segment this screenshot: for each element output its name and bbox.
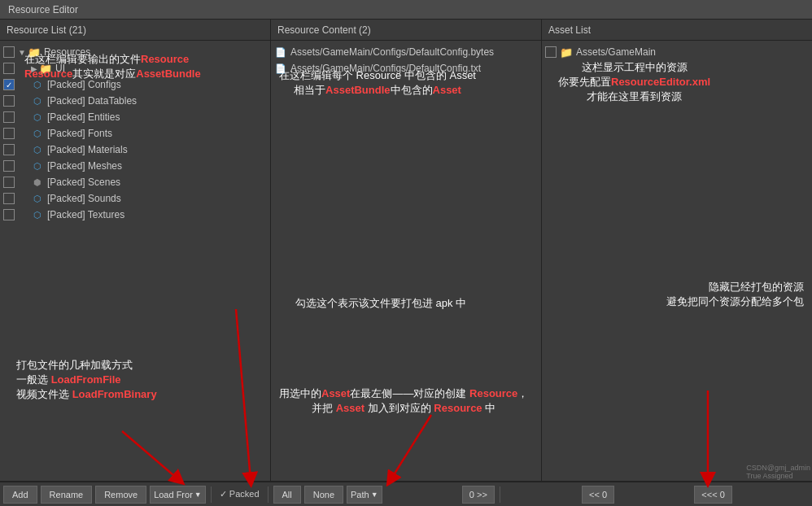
checkbox-textures[interactable] [3, 209, 15, 220]
packed-label[interactable]: ✓ Packed [216, 489, 263, 499]
checkbox-scenes[interactable] [3, 177, 15, 188]
load-from-dropdown[interactable]: Load Fror ▼ [150, 486, 206, 504]
checkbox-resources[interactable] [3, 46, 15, 58]
content-label-1: Assets/GameMain/Configs/DefaultConfig.by… [290, 46, 494, 58]
item-label-meshes: [Packed] Meshes [47, 160, 122, 172]
cube-icon-sounds: ⬡ [31, 192, 44, 205]
item-label: Resources [44, 46, 90, 58]
tree-item-sounds[interactable]: ⬡ [Packed] Sounds [0, 190, 270, 207]
remove-button[interactable]: Remove [95, 486, 146, 504]
checkbox-ui[interactable] [3, 63, 15, 74]
checkbox-sounds[interactable] [3, 193, 15, 204]
cube-outline-icon-scenes: ⬢ [31, 176, 44, 189]
checkbox-fonts[interactable] [3, 128, 15, 139]
checkbox-configs[interactable] [3, 79, 15, 90]
folder-icon-resources: 📁 [28, 46, 41, 59]
item-label-scenes: [Packed] Scenes [47, 177, 120, 188]
separator-2 [268, 486, 268, 503]
tree-item-meshes[interactable]: ⬡ [Packed] Meshes [0, 158, 270, 174]
file-icon-1: 📄 [274, 46, 287, 59]
tree-item-fonts[interactable]: ⬡ [Packed] Fonts [0, 125, 270, 142]
tree-item-resources[interactable]: ▼ 📁 Resources [0, 44, 270, 60]
nav-back-button[interactable]: << 0 [582, 486, 614, 504]
nav-forward-button[interactable]: 0 >> [462, 486, 495, 504]
path-dropdown[interactable]: Path ▼ [347, 486, 382, 504]
item-label-fonts: [Packed] Fonts [47, 128, 112, 139]
content-label-2: Assets/GameMain/Configs/DefaultConfig.tx… [290, 63, 481, 74]
cube-icon-materials: ⬡ [31, 143, 44, 156]
cube-icon-configs: ⬡ [31, 78, 44, 91]
tree-item-textures[interactable]: ⬡ [Packed] Textures [0, 207, 270, 223]
resource-list-header: Resource List (21) [0, 20, 270, 41]
folder-icon-gamemain: 📁 [560, 46, 573, 59]
checkbox-meshes[interactable] [3, 160, 15, 172]
resource-list-content: ▼ 📁 Resources ▶ 📁 UI ⬡ [Packed] Configs [0, 41, 270, 481]
checkbox-datatables[interactable] [3, 95, 15, 107]
tree-item-datatables[interactable]: ⬡ [Packed] DataTables [0, 93, 270, 109]
tree-item-ui[interactable]: ▶ 📁 UI [0, 60, 270, 76]
asset-item-gamemain[interactable]: 📁 Assets/GameMain [542, 44, 812, 60]
bottom-toolbar: Add Rename Remove Load Fror ▼ ✓ Packed A… [0, 482, 812, 506]
item-label-materials: [Packed] Materials [47, 144, 128, 155]
all-button[interactable]: All [273, 486, 301, 504]
dropdown-arrow-icon: ▼ [194, 491, 202, 499]
asset-list-header: Asset List [542, 20, 812, 41]
resource-content-panel: Resource Content (2) 📄 Assets/GameMain/C… [271, 20, 542, 481]
item-label-configs: [Packed] Configs [47, 79, 121, 90]
separator-3 [500, 486, 500, 503]
checkbox-entities[interactable] [3, 111, 15, 123]
resource-content-list: 📄 Assets/GameMain/Configs/DefaultConfig.… [271, 41, 541, 481]
title-bar: Resource Editor [0, 0, 812, 20]
tree-item-configs[interactable]: ⬡ [Packed] Configs [0, 76, 270, 93]
item-label-textures: [Packed] Textures [47, 209, 124, 220]
folder-icon-ui: 📁 [39, 62, 52, 75]
arrow-ui: ▶ [31, 64, 37, 73]
tree-item-scenes[interactable]: ⬢ [Packed] Scenes [0, 174, 270, 190]
item-label-sounds: [Packed] Sounds [47, 193, 121, 204]
file-icon-2: 📄 [274, 62, 287, 75]
resource-list-panel: Resource List (21) ▼ 📁 Resources ▶ 📁 UI [0, 20, 271, 481]
cube-icon-entities: ⬡ [31, 111, 44, 124]
title-text: Resource Editor [8, 4, 78, 15]
item-label-ui: UI [55, 63, 65, 74]
none-button[interactable]: None [304, 486, 343, 504]
cube-icon-meshes: ⬡ [31, 159, 44, 172]
cube-icon-datatables: ⬡ [31, 94, 44, 107]
nav-back3-button[interactable]: <<< 0 [694, 486, 731, 504]
content-item-2[interactable]: 📄 Assets/GameMain/Configs/DefaultConfig.… [271, 60, 541, 76]
checkbox-gamemain[interactable] [545, 46, 557, 58]
arrow-resources: ▼ [18, 48, 26, 57]
cube-icon-fonts: ⬡ [31, 127, 44, 140]
tree-item-materials[interactable]: ⬡ [Packed] Materials [0, 142, 270, 158]
tree-item-entities[interactable]: ⬡ [Packed] Entities [0, 109, 270, 125]
rename-button[interactable]: Rename [41, 486, 93, 504]
resource-content-header: Resource Content (2) [271, 20, 541, 41]
content-item-1[interactable]: 📄 Assets/GameMain/Configs/DefaultConfig.… [271, 44, 541, 60]
asset-list-content: 📁 Assets/GameMain [542, 41, 812, 481]
item-label-datatables: [Packed] DataTables [47, 95, 137, 107]
main-layout: Resource List (21) ▼ 📁 Resources ▶ 📁 UI [0, 20, 812, 482]
separator-1 [211, 486, 212, 503]
asset-list-panel: Asset List 📁 Assets/GameMain 这栏显示工程中的资源你… [542, 20, 812, 481]
path-dropdown-arrow-icon: ▼ [371, 491, 378, 499]
add-button[interactable]: Add [3, 486, 37, 504]
asset-label-gamemain: Assets/GameMain [576, 46, 656, 58]
item-label-entities: [Packed] Entities [47, 111, 120, 123]
checkbox-materials[interactable] [3, 144, 15, 155]
cube-icon-textures: ⬡ [31, 208, 44, 221]
